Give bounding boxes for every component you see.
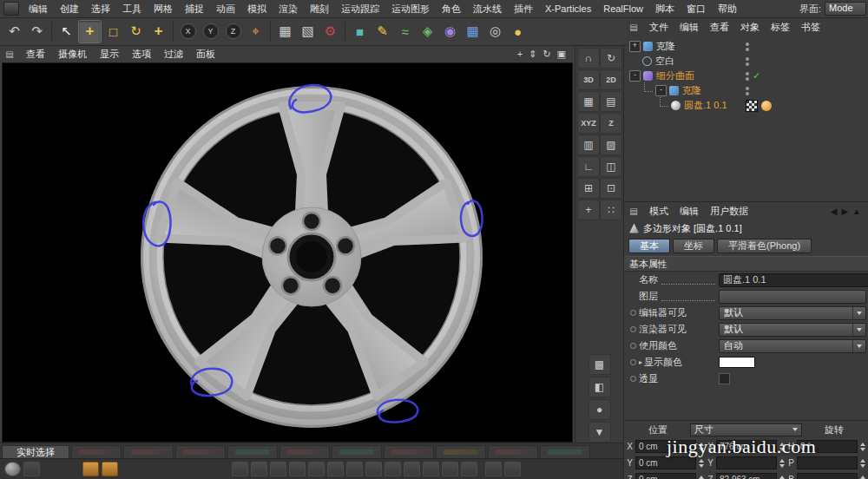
shader-icon[interactable]: [102, 462, 118, 476]
spline-pen-icon[interactable]: ✎: [372, 21, 393, 43]
move-tool-icon[interactable]: +: [78, 20, 102, 43]
menu-render[interactable]: 渲染: [273, 3, 304, 16]
menu-edit[interactable]: 编辑: [23, 3, 54, 16]
mograph-generator-icon[interactable]: ◈: [417, 21, 438, 43]
render-visibility-dropdown[interactable]: 默认: [719, 323, 866, 337]
size-z-input[interactable]: 82.963 cm: [716, 473, 777, 479]
keyframe-dot-icon[interactable]: [630, 326, 636, 332]
plane-b-icon[interactable]: ▨: [600, 135, 622, 155]
scroll-down-icon[interactable]: ▼: [589, 422, 611, 443]
grid-add-icon[interactable]: ⊞: [577, 178, 600, 199]
rot-p-input[interactable]: [797, 456, 858, 469]
display-color-swatch[interactable]: [719, 357, 755, 368]
object-manager-icon[interactable]: ▤: [628, 22, 640, 32]
camera-icon[interactable]: ◎: [484, 21, 506, 43]
palette-icon[interactable]: [232, 462, 248, 476]
coordinate-system-icon[interactable]: ⌖: [245, 21, 266, 43]
menu-help[interactable]: 帮助: [712, 3, 743, 16]
palette-icon[interactable]: [327, 462, 344, 476]
history-back-icon[interactable]: ◀: [831, 207, 838, 216]
rotate-snap-icon[interactable]: ↻: [600, 48, 622, 69]
point-snap-icon[interactable]: ∷: [600, 200, 622, 220]
attribute-manager-icon[interactable]: ▤: [628, 207, 640, 217]
om-menu-tags[interactable]: 标签: [766, 21, 795, 34]
light-icon[interactable]: ●: [507, 21, 529, 43]
rotate-tool-icon[interactable]: ↻: [125, 21, 147, 43]
axis-cross-icon[interactable]: +: [577, 200, 600, 220]
spinner-icon[interactable]: [779, 476, 786, 479]
bottom-tab[interactable]: [175, 445, 226, 459]
spinner-icon[interactable]: [698, 459, 705, 468]
shader-icon[interactable]: [82, 462, 99, 476]
vp-menu-display[interactable]: 显示: [94, 48, 125, 61]
expand-triangle-icon[interactable]: ▸: [639, 358, 642, 366]
tab-basic[interactable]: 基本: [628, 239, 670, 253]
z-axis-lock-icon[interactable]: Z: [222, 21, 244, 43]
collapse-icon[interactable]: -: [655, 85, 667, 96]
om-menu-view[interactable]: 查看: [705, 21, 734, 34]
bottom-tab[interactable]: [332, 445, 382, 459]
section-basic-properties[interactable]: 基本属性: [624, 256, 868, 272]
viewport-canvas[interactable]: [2, 62, 573, 443]
grid-dot-icon[interactable]: ⊡: [600, 178, 622, 199]
tree-row-cloner-child[interactable]: - 克隆: [624, 83, 868, 98]
menu-realflow[interactable]: RealFlow: [597, 3, 649, 14]
vp-menu-view[interactable]: 查看: [20, 48, 51, 61]
bottom-tab[interactable]: [279, 445, 330, 459]
menu-tools[interactable]: 工具: [116, 3, 148, 16]
grid-snap-icon[interactable]: ▦: [577, 91, 600, 112]
spinner-icon[interactable]: [779, 459, 786, 468]
spinner-icon[interactable]: [859, 443, 866, 451]
visibility-dots[interactable]: [746, 87, 749, 95]
z-axis-grid-icon[interactable]: Z: [600, 113, 622, 134]
zoom-view-icon[interactable]: ⇕: [529, 49, 536, 60]
menu-plugins[interactable]: 插件: [508, 3, 539, 16]
palette-icon[interactable]: [365, 462, 382, 476]
am-menu-edit[interactable]: 编辑: [674, 205, 704, 218]
menu-pipeline[interactable]: 流水线: [467, 3, 508, 16]
bottom-tab[interactable]: [123, 445, 174, 459]
size-mode-dropdown[interactable]: 尺寸: [690, 423, 802, 436]
spinner-icon[interactable]: [698, 476, 705, 479]
material-tag-icon[interactable]: [761, 101, 772, 111]
tab-phong[interactable]: 平滑着色(Phong): [717, 239, 812, 253]
keyframe-dot-icon[interactable]: [630, 343, 636, 349]
keyframe-dot-icon[interactable]: [630, 359, 636, 365]
palette-icon[interactable]: [485, 462, 502, 476]
bottom-tab[interactable]: [227, 445, 278, 459]
paint-setup-icon[interactable]: ◧: [589, 377, 611, 397]
vp-menu-camera[interactable]: 摄像机: [52, 48, 93, 61]
use-color-dropdown[interactable]: 自动: [719, 339, 866, 353]
bottom-tab[interactable]: [384, 445, 434, 459]
name-input[interactable]: 圆盘.1 0.1: [719, 273, 868, 287]
x-axis-lock-icon[interactable]: X: [177, 21, 199, 43]
plane-a-icon[interactable]: ▥: [577, 135, 600, 155]
rot-b-input[interactable]: [797, 473, 858, 479]
menu-sculpt[interactable]: 雕刻: [304, 3, 335, 16]
keyframe-dot-icon[interactable]: [630, 376, 636, 382]
xyz-axes-icon[interactable]: XYZ: [577, 113, 600, 134]
3d-badge-icon[interactable]: 3D: [577, 69, 600, 90]
menu-script[interactable]: 脚本: [649, 3, 681, 16]
render-view-icon[interactable]: ▦: [274, 21, 296, 43]
tree-row-null[interactable]: 空白: [624, 54, 868, 69]
material-menu-icon[interactable]: [23, 462, 40, 476]
am-menu-mode[interactable]: 模式: [644, 205, 674, 218]
projection-sphere-icon[interactable]: ●: [589, 399, 611, 420]
om-menu-edit[interactable]: 编辑: [674, 21, 704, 34]
subdivision-generator-icon[interactable]: ≈: [394, 21, 416, 43]
palette-icon[interactable]: [385, 462, 401, 476]
vp-menu-panel[interactable]: 面板: [190, 48, 221, 61]
editor-visibility-dropdown[interactable]: 默认: [719, 306, 866, 320]
rotate-view-icon[interactable]: ↻: [542, 49, 550, 60]
size-y-input[interactable]: [716, 456, 777, 469]
menu-window[interactable]: 窗口: [681, 3, 712, 16]
texture-tag-icon[interactable]: [746, 100, 758, 112]
modeling-kit-icon[interactable]: ▩: [589, 354, 611, 375]
tree-row-cloner[interactable]: + 克隆: [624, 39, 868, 54]
floor-environment-icon[interactable]: ▦: [462, 21, 483, 43]
scale-tool-icon[interactable]: □: [102, 21, 124, 43]
enable-check-icon[interactable]: ✓: [753, 70, 760, 82]
viewport-menu-icon[interactable]: ▤: [3, 49, 16, 59]
menu-animate[interactable]: 动画: [210, 3, 241, 16]
